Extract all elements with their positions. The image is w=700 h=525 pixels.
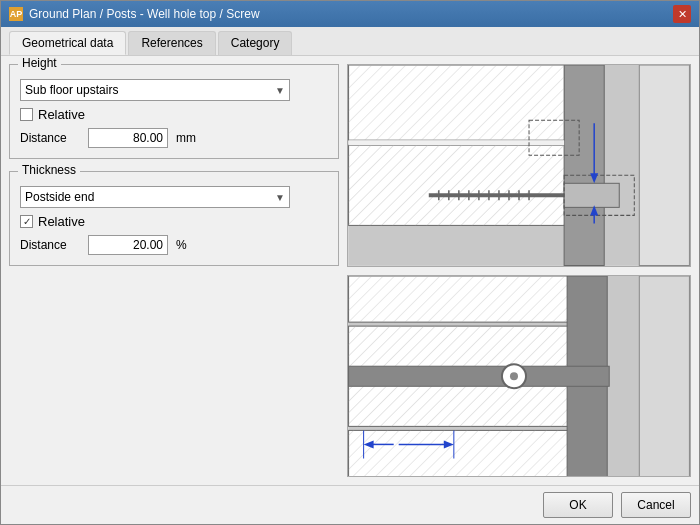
top-diagram-svg [348, 65, 690, 266]
svg-rect-37 [349, 366, 610, 386]
tab-references[interactable]: References [128, 31, 215, 55]
svg-rect-33 [349, 276, 590, 322]
bottom-diagram-svg [348, 276, 690, 477]
thickness-dropdown[interactable]: Postside end ▼ [20, 186, 290, 208]
close-button[interactable]: ✕ [673, 5, 691, 23]
height-distance-label: Distance [20, 131, 80, 145]
tabs-bar: Geometrical data References Category [1, 27, 699, 56]
bottom-diagram [347, 275, 691, 478]
height-relative-label: Relative [38, 107, 85, 122]
height-relative-row: Relative [20, 107, 328, 122]
thickness-distance-input[interactable] [88, 235, 168, 255]
thickness-group: Thickness Postside end ▼ Relative Distan… [9, 171, 339, 266]
thickness-distance-row: Distance % [20, 235, 328, 255]
height-group: Height Sub floor upstairs ▼ Relative Dis… [9, 64, 339, 159]
thickness-dropdown-value: Postside end [25, 190, 94, 204]
ok-button[interactable]: OK [543, 492, 613, 518]
height-relative-checkbox[interactable] [20, 108, 33, 121]
height-dropdown-row: Sub floor upstairs ▼ [20, 79, 328, 101]
height-dropdown-arrow-icon: ▼ [275, 85, 285, 96]
thickness-distance-label: Distance [20, 238, 80, 252]
thickness-relative-checkbox[interactable] [20, 215, 33, 228]
svg-rect-7 [349, 65, 565, 140]
top-diagram [347, 64, 691, 267]
svg-rect-8 [349, 140, 565, 145]
height-distance-unit: mm [176, 131, 196, 145]
tab-category[interactable]: Category [218, 31, 293, 55]
app-icon: AP [9, 7, 23, 21]
title-bar: AP Ground Plan / Posts - Well hole top /… [1, 1, 699, 27]
height-distance-input[interactable] [88, 128, 168, 148]
thickness-dropdown-row: Postside end ▼ [20, 186, 328, 208]
height-dropdown[interactable]: Sub floor upstairs ▼ [20, 79, 290, 101]
height-dropdown-value: Sub floor upstairs [25, 83, 118, 97]
svg-rect-4 [349, 145, 570, 225]
thickness-group-title: Thickness [18, 163, 80, 177]
thickness-distance-unit: % [176, 238, 187, 252]
right-panel [347, 64, 691, 477]
content-area: Height Sub floor upstairs ▼ Relative Dis… [1, 56, 699, 485]
svg-rect-21 [564, 183, 619, 207]
main-window: AP Ground Plan / Posts - Well hole top /… [0, 0, 700, 525]
left-panel: Height Sub floor upstairs ▼ Relative Dis… [9, 64, 339, 477]
thickness-relative-row: Relative [20, 214, 328, 229]
thickness-relative-label: Relative [38, 214, 85, 229]
svg-rect-40 [639, 276, 689, 477]
cancel-button[interactable]: Cancel [621, 492, 691, 518]
height-distance-row: Distance mm [20, 128, 328, 148]
thickness-dropdown-arrow-icon: ▼ [275, 192, 285, 203]
footer: OK Cancel [1, 485, 699, 524]
tab-geometrical-data[interactable]: Geometrical data [9, 31, 126, 55]
svg-point-39 [510, 372, 518, 380]
svg-rect-27 [639, 65, 689, 266]
svg-rect-5 [564, 65, 604, 266]
height-group-title: Height [18, 56, 61, 70]
svg-rect-35 [349, 430, 590, 476]
window-title: Ground Plan / Posts - Well hole top / Sc… [29, 7, 260, 21]
